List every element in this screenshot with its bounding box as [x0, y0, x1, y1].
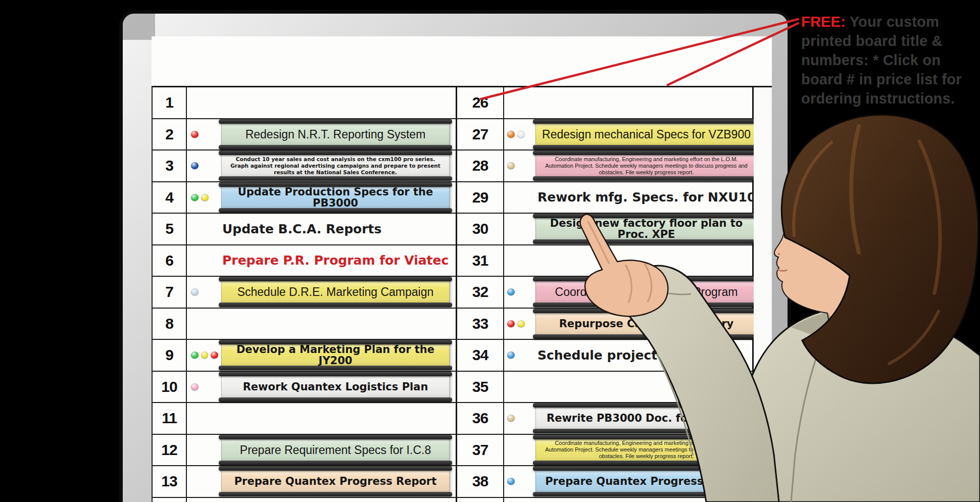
nostril	[778, 253, 780, 255]
hair-bob	[781, 115, 978, 383]
product-photo-stage: 1262Redesign N.R.T. Reporting System27Re…	[0, 0, 980, 502]
presenter-woman	[0, 0, 980, 502]
